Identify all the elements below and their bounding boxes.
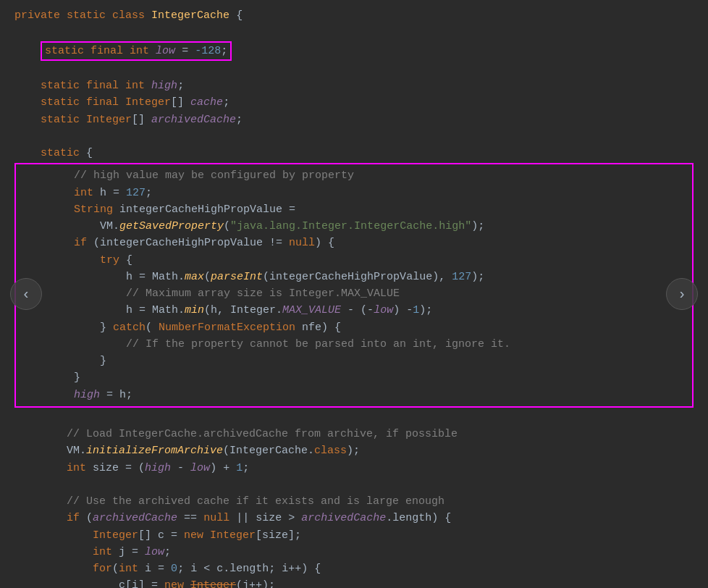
- code-static-inth: int h = 127;: [22, 185, 686, 201]
- code-load-comment: // Load IntegerCache.archivedCache from …: [14, 426, 694, 442]
- code-intarr: Integer[] c = new Integer[size];: [14, 527, 694, 544]
- code-line-static: static {: [14, 145, 694, 161]
- code-ci: c[i] = new Integer(j++);: [14, 577, 694, 588]
- code-static-closeif: }: [22, 369, 686, 386]
- code-line-3: static final int high;: [14, 77, 694, 94]
- code-line-4: static final Integer[] cache;: [14, 94, 694, 111]
- code-static-vm: VM.getSavedProperty("java.lang.Integer.I…: [22, 218, 686, 235]
- code-line-blank1: [14, 128, 694, 145]
- code-line-blank2: [14, 409, 694, 426]
- highlight-line-low: static final int low = -128;: [41, 41, 232, 61]
- code-static-hmax: h = Math.max(parseInt(integerCacheHighPr…: [22, 269, 686, 285]
- code-static-comment1: // high value may be configured by prope…: [22, 167, 686, 184]
- code-static-string: String integerCacheHighPropValue =: [22, 201, 686, 218]
- code-static-catch: } catch( NumberFormatException nfe) {: [22, 319, 686, 336]
- code-line-1: private static class IntegerCache {: [14, 7, 694, 24]
- code-static-closecatch: }: [22, 353, 686, 369]
- code-static-comment2: // Maximum array size is Integer.MAX_VAL…: [22, 285, 686, 302]
- code-intj: int j = low;: [14, 544, 694, 560]
- code-if-archived: if (archivedCache == null || size > arch…: [14, 510, 694, 526]
- code-size: int size = (high - low) + 1;: [14, 460, 694, 476]
- code-archived-comment: // Use the archived cache if it exists a…: [14, 493, 694, 510]
- code-editor: private static class IntegerCache { stat…: [0, 0, 708, 588]
- code-static-hmin: h = Math.min(h, Integer.MAX_VALUE - (-lo…: [22, 302, 686, 319]
- code-line-2: static final int low = -128;: [14, 24, 694, 77]
- code-blank3: [14, 476, 694, 493]
- nav-arrow-left[interactable]: ‹: [10, 278, 42, 310]
- code-static-high: high = h;: [22, 387, 686, 403]
- code-for: for(int i = 0; i < c.length; i++) {: [14, 560, 694, 577]
- highlight-box-static-block: // high value may be configured by prope…: [14, 163, 694, 408]
- code-static-comment3: // If the property cannot be parsed into…: [22, 336, 686, 353]
- code-line-5: static Integer[] archivedCache;: [14, 112, 694, 128]
- code-static-if: if (integerCacheHighPropValue != null) {: [22, 235, 686, 251]
- code-static-try: try {: [22, 252, 686, 269]
- nav-arrow-right[interactable]: ›: [666, 278, 698, 310]
- code-vminit: VM.initializeFromArchive(IntegerCache.cl…: [14, 442, 694, 459]
